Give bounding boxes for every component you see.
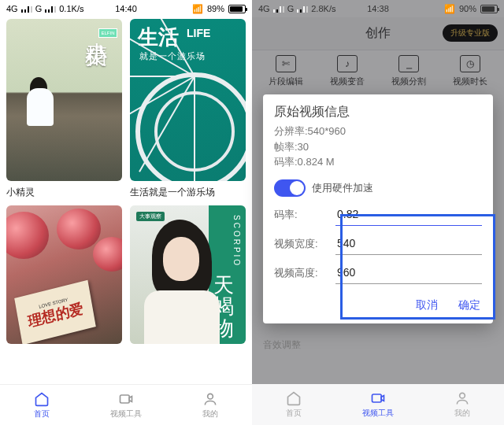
bottom-nav: 首页 视频工具 我的: [252, 384, 504, 425]
user-icon: [454, 390, 471, 406]
home-icon: [33, 391, 50, 407]
width-label: 视频宽度:: [274, 237, 335, 251]
signal-bars-icon: [21, 5, 32, 13]
dialog-title: 原始视频信息: [274, 104, 482, 120]
status-bar: 4G G 2.8K/s 14:38 📶 90%: [252, 0, 504, 17]
battery-percent: 89%: [207, 4, 224, 13]
gallery-grid: ELFIN 小精灵 小精灵 生活 LIFE 就是一个游乐场 生活就是一个游乐场: [0, 17, 252, 384]
svg-point-3: [459, 393, 465, 398]
info-resolution: 分辨率:540*960: [274, 124, 482, 139]
badge: 大事观察: [136, 212, 165, 221]
thumbnail[interactable]: 大事观察 SCORPIO 天蝎物: [130, 205, 246, 344]
nav-label: 首页: [34, 408, 50, 419]
overlay-subtitle: 就是一个游乐场: [139, 50, 206, 62]
video-icon: [369, 390, 387, 406]
video-info-dialog: 原始视频信息 分辨率:540*960 帧率:30 码率:0.824 M 使用硬件…: [263, 94, 493, 323]
info-fps: 帧率:30: [274, 139, 482, 155]
svg-rect-2: [372, 394, 382, 402]
nav-home[interactable]: 首页: [0, 385, 84, 425]
book-art: LOVE STORY 理想的爱: [14, 280, 96, 344]
height-input[interactable]: [335, 263, 482, 284]
clock: 14:38: [367, 4, 389, 13]
overlay-title: 小精灵: [84, 25, 106, 30]
battery-icon: [480, 5, 498, 13]
bottom-nav: 首页 视频工具 我的: [0, 384, 252, 425]
svg-rect-0: [120, 395, 130, 403]
thumbnail[interactable]: 生活 LIFE 就是一个游乐场: [130, 19, 246, 181]
clock: 14:40: [115, 4, 137, 13]
gallery-card[interactable]: ELFIN 小精灵 小精灵: [6, 19, 122, 199]
thumbnail[interactable]: LOVE STORY 理想的爱: [6, 205, 122, 344]
home-icon: [285, 390, 302, 406]
signal-bars-icon: [273, 5, 284, 13]
nav-home[interactable]: 首页: [252, 384, 336, 425]
info-bitrate: 码率:0.824 M: [274, 154, 482, 170]
gallery-card[interactable]: 大事观察 SCORPIO 天蝎物: [130, 205, 246, 344]
video-icon: [117, 391, 135, 407]
height-label: 视频高度:: [274, 266, 335, 280]
sound-fx-label: 音效调整: [263, 338, 301, 352]
nav-video-tools[interactable]: 视频工具: [336, 384, 421, 425]
nav-mine[interactable]: 我的: [420, 384, 504, 425]
width-input[interactable]: [335, 234, 482, 255]
signal-bars-icon: [297, 5, 308, 13]
gallery-card[interactable]: LOVE STORY 理想的爱: [6, 205, 122, 344]
battery-icon: [228, 5, 246, 13]
scorpio-label: SCORPIO: [232, 215, 241, 268]
ferris-wheel-art: [135, 72, 246, 181]
overlay-sub: LIFE: [187, 27, 210, 39]
nav-label: 我的: [202, 408, 218, 419]
cancel-button[interactable]: 取消: [414, 295, 439, 316]
hw-accel-toggle[interactable]: [274, 179, 306, 197]
signal-bars-icon: [45, 5, 56, 13]
nav-label: 视频工具: [110, 408, 142, 419]
thumbnail[interactable]: ELFIN 小精灵: [6, 19, 122, 181]
card-caption: 生活就是一个游乐场: [130, 186, 246, 199]
nav-mine[interactable]: 我的: [168, 385, 252, 425]
svg-point-1: [207, 394, 213, 399]
status-bar: 4G G 0.1K/s 14:40 📶 89%: [0, 0, 252, 17]
bitrate-label: 码率:: [274, 208, 335, 222]
user-icon: [202, 391, 219, 407]
card-caption: 小精灵: [6, 186, 122, 199]
confirm-button[interactable]: 确定: [457, 295, 482, 316]
net-speed: 0.1K/s: [59, 4, 83, 13]
bitrate-input[interactable]: [335, 205, 482, 226]
nav-video-tools[interactable]: 视频工具: [84, 385, 169, 425]
network-indicator: 4G: [6, 4, 18, 13]
gallery-card[interactable]: 生活 LIFE 就是一个游乐场 生活就是一个游乐场: [130, 19, 246, 199]
toggle-label: 使用硬件加速: [312, 181, 373, 195]
